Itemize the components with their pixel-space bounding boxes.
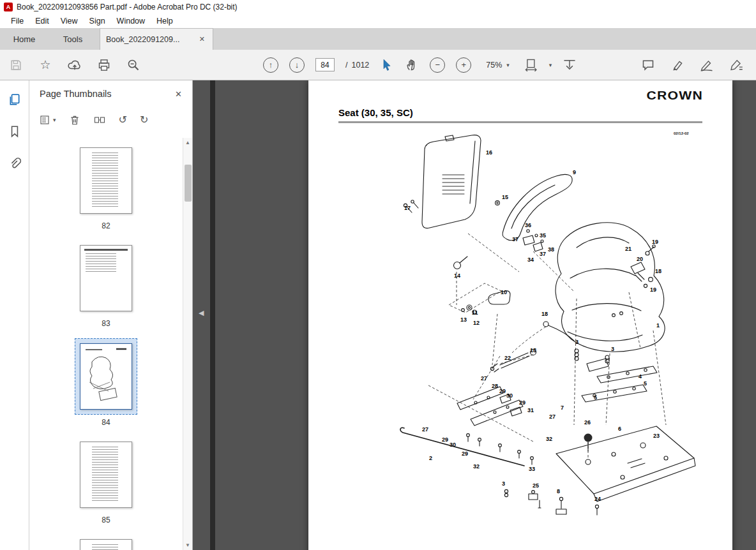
svg-text:27: 27: [422, 426, 428, 433]
favorite-star-icon[interactable]: ☆: [38, 58, 52, 72]
scroll-up-icon[interactable]: ▲: [183, 138, 192, 147]
svg-text:18: 18: [530, 347, 536, 353]
page-thumbnails-icon[interactable]: [8, 93, 21, 108]
rotate-cw-icon[interactable]: ↻: [140, 115, 148, 125]
svg-text:5: 5: [594, 394, 597, 401]
print-icon[interactable]: [97, 58, 111, 72]
svg-text:35: 35: [540, 232, 546, 239]
menu-bar: FileEditViewSignWindowHelp: [0, 14, 756, 28]
svg-text:29: 29: [462, 450, 468, 457]
comment-icon[interactable]: [641, 58, 655, 72]
cloud-upload-icon[interactable]: [68, 58, 82, 72]
svg-text:32: 32: [473, 463, 480, 470]
scrollbar-thumb[interactable]: [185, 165, 192, 202]
page-thumbnail[interactable]: [80, 245, 132, 311]
svg-text:34: 34: [527, 256, 534, 263]
marquee-zoom-icon[interactable]: [126, 58, 140, 72]
collapse-panel-arrow[interactable]: ◀: [199, 309, 204, 317]
svg-text:29: 29: [442, 436, 448, 443]
acrobat-window: A Book_20220912093856 Part.pdf - Adobe A…: [0, 0, 756, 550]
svg-text:18: 18: [655, 268, 662, 274]
page-thumbnail[interactable]: [80, 539, 132, 550]
chevron-down-icon: ▾: [53, 117, 56, 123]
select-tool-icon[interactable]: [380, 58, 394, 72]
zoom-out-icon[interactable]: −: [430, 57, 445, 73]
svg-text:13: 13: [460, 316, 467, 323]
svg-text:24: 24: [594, 496, 601, 502]
fit-width-icon[interactable]: [524, 58, 538, 72]
menu-item-view[interactable]: View: [55, 15, 84, 27]
tab-tools[interactable]: Tools: [49, 28, 97, 50]
page-number-input[interactable]: [315, 58, 335, 71]
page-total: 1012: [351, 61, 369, 70]
window-title: Book_20220912093856 Part.pdf - Adobe Acr…: [17, 3, 238, 11]
svg-text:15: 15: [502, 194, 508, 200]
tab-document[interactable]: Book_2022091209... ✕: [100, 28, 213, 50]
panel-scrollbar[interactable]: ▲ ▼: [183, 138, 192, 550]
svg-text:37: 37: [512, 236, 518, 242]
svg-text:4: 4: [639, 373, 642, 380]
save-icon[interactable]: [9, 58, 23, 72]
edit-pdf-icon[interactable]: [729, 58, 743, 72]
page-divider: /: [345, 61, 347, 70]
svg-text:37: 37: [540, 251, 546, 257]
menu-item-file[interactable]: File: [5, 15, 29, 27]
svg-text:1: 1: [656, 322, 660, 329]
svg-text:36: 36: [525, 222, 531, 228]
thumbnail-item: 82: [75, 143, 137, 230]
svg-text:10: 10: [501, 289, 507, 295]
svg-text:33: 33: [529, 466, 535, 472]
svg-text:7: 7: [561, 405, 564, 411]
rotate-ccw-icon[interactable]: ↺: [119, 115, 127, 125]
document-viewer: ◀ CROWN Seat (30, 35, SC) 02/12-02: [193, 80, 756, 550]
callout-numbers: 1691517363537383734141011131219212018191…: [404, 149, 662, 502]
panel-toolbar: ▾ ↺ ↻: [29, 107, 192, 133]
menu-item-edit[interactable]: Edit: [29, 15, 55, 27]
svg-text:30: 30: [450, 442, 456, 448]
svg-text:28: 28: [492, 383, 498, 389]
svg-text:12: 12: [473, 320, 480, 326]
svg-text:31: 31: [527, 407, 534, 413]
svg-text:38: 38: [548, 246, 554, 253]
hand-tool-icon[interactable]: [405, 58, 419, 72]
panel-splitter[interactable]: [210, 80, 215, 550]
previous-page-icon[interactable]: ↑: [263, 57, 278, 73]
page-thumbnail[interactable]: [80, 442, 132, 508]
page-thumbnail[interactable]: [80, 343, 132, 410]
next-page-icon[interactable]: ↓: [289, 57, 305, 73]
resize-thumbnails-icon[interactable]: [93, 115, 106, 125]
scrolling-mode-icon[interactable]: [563, 58, 577, 72]
zoom-level-dropdown[interactable]: 75% ▾: [482, 59, 513, 71]
svg-text:29: 29: [499, 388, 506, 394]
thumbnails-panel: Page Thumbnails ✕ ▾ ↺ ↻ 82838485 ▲: [29, 80, 193, 550]
bookmarks-icon[interactable]: [8, 125, 21, 140]
svg-text:6: 6: [618, 426, 621, 432]
svg-text:5: 5: [644, 380, 647, 387]
title-bar: A Book_20220912093856 Part.pdf - Adobe A…: [0, 0, 756, 14]
thumbnail-options-icon[interactable]: ▾: [40, 115, 56, 125]
delete-pages-icon[interactable]: [69, 114, 80, 126]
svg-text:9: 9: [573, 169, 576, 175]
svg-text:14: 14: [454, 272, 460, 279]
fit-options-caret-icon[interactable]: ▾: [549, 62, 552, 68]
zoom-in-icon[interactable]: +: [456, 57, 471, 73]
svg-text:23: 23: [653, 433, 660, 439]
svg-text:3: 3: [502, 480, 505, 487]
highlight-icon[interactable]: [670, 58, 684, 72]
svg-text:18: 18: [541, 311, 548, 317]
close-tab-icon[interactable]: ✕: [197, 34, 207, 45]
menu-item-sign[interactable]: Sign: [84, 15, 111, 27]
page-thumbnail[interactable]: [80, 147, 132, 214]
scroll-down-icon[interactable]: ▼: [183, 540, 192, 550]
menu-item-help[interactable]: Help: [151, 15, 179, 27]
close-panel-icon[interactable]: ✕: [175, 89, 182, 99]
svg-text:19: 19: [650, 286, 656, 293]
svg-text:32: 32: [546, 436, 552, 442]
tab-home[interactable]: Home: [0, 28, 49, 50]
menu-item-window[interactable]: Window: [111, 15, 151, 27]
content-area: Page Thumbnails ✕ ▾ ↺ ↻ 82838485 ▲: [0, 80, 756, 550]
svg-text:29: 29: [519, 399, 525, 406]
attachments-icon[interactable]: [8, 157, 21, 172]
fill-sign-icon[interactable]: [700, 58, 714, 72]
page-count: / 1012: [345, 61, 369, 70]
